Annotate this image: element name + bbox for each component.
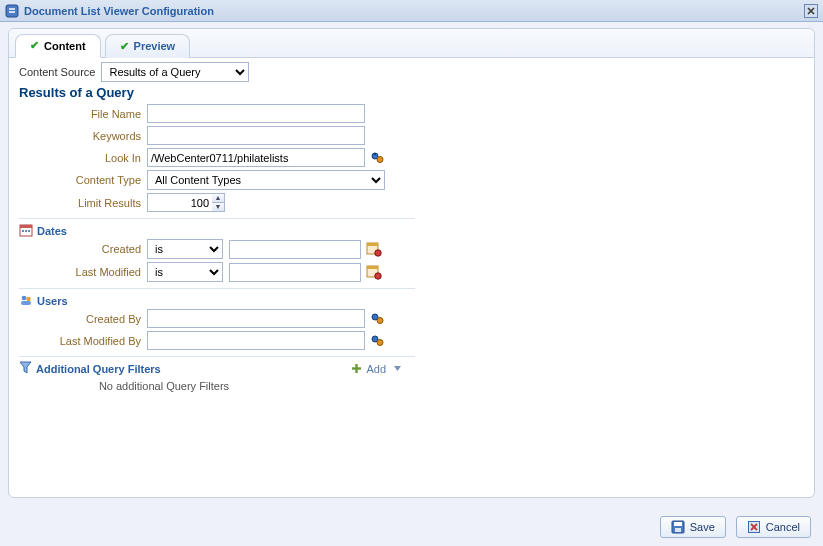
svg-point-20: [377, 317, 383, 323]
svg-rect-14: [367, 266, 378, 269]
add-label: Add: [366, 363, 386, 375]
tab-preview[interactable]: ✔ Preview: [105, 34, 191, 58]
save-button[interactable]: Save: [660, 516, 726, 538]
lookin-input[interactable]: [147, 148, 365, 167]
add-filter-button[interactable]: Add: [350, 362, 386, 375]
user-picker-icon[interactable]: [369, 310, 387, 328]
dates-section-header: Dates: [19, 218, 415, 239]
lastmodifiedby-label: Last Modified By: [19, 335, 147, 347]
content-source-label: Content Source: [19, 66, 101, 78]
lastmodified-label: Last Modified: [19, 266, 147, 278]
titlebar: Document List Viewer Configuration: [0, 0, 823, 22]
datepicker-icon[interactable]: [365, 263, 383, 281]
contenttype-label: Content Type: [19, 174, 147, 186]
contenttype-select[interactable]: All Content Types: [147, 170, 385, 190]
created-label: Created: [19, 243, 147, 255]
svg-rect-27: [675, 528, 681, 532]
svg-rect-4: [374, 153, 376, 155]
keywords-label: Keywords: [19, 130, 147, 142]
cancel-button[interactable]: Cancel: [736, 516, 811, 538]
svg-point-17: [26, 297, 31, 302]
results-section-title: Results of a Query: [19, 85, 804, 100]
users-header-label: Users: [37, 295, 68, 307]
close-icon[interactable]: [803, 3, 819, 19]
limit-input[interactable]: [147, 193, 213, 212]
app-icon: [4, 3, 20, 19]
svg-point-12: [375, 250, 381, 256]
users-icon: [19, 293, 33, 309]
createdby-label: Created By: [19, 313, 147, 325]
content-source-row: Content Source Results of a Query: [19, 62, 804, 82]
dialog-title: Document List Viewer Configuration: [24, 5, 214, 17]
keywords-input[interactable]: [147, 126, 365, 145]
no-filters-text: No additional Query Filters: [19, 376, 309, 394]
svg-point-16: [22, 296, 27, 301]
additional-filters-header: Additional Query Filters Add: [19, 356, 415, 376]
save-label: Save: [690, 521, 715, 533]
svg-rect-11: [367, 243, 378, 246]
dialog-window: Document List Viewer Configuration ✔ Con…: [0, 0, 823, 546]
svg-rect-9: [28, 230, 30, 232]
created-op-select[interactable]: is: [147, 239, 223, 259]
content-source-select[interactable]: Results of a Query: [101, 62, 249, 82]
users-section-header: Users: [19, 288, 415, 309]
tab-label: Preview: [134, 40, 176, 52]
svg-rect-7: [22, 230, 24, 232]
datepicker-icon[interactable]: [365, 240, 383, 258]
lastmodified-op-select[interactable]: is: [147, 262, 223, 282]
filename-label: File Name: [19, 108, 147, 120]
tabstrip: ✔ Content ✔ Preview: [9, 29, 814, 58]
dialog-footer: Save Cancel: [660, 516, 811, 538]
config-panel: ✔ Content ✔ Preview Content Source Resul…: [8, 28, 815, 498]
filename-input[interactable]: [147, 104, 365, 123]
lookin-label: Look In: [19, 152, 147, 164]
calendar-icon: [19, 223, 33, 239]
query-form: File Name Keywords Look In Content Type: [19, 104, 415, 394]
additional-filters-label: Additional Query Filters: [36, 363, 161, 375]
dates-header-label: Dates: [37, 225, 67, 237]
cancel-icon: [747, 520, 761, 534]
cancel-label: Cancel: [766, 521, 800, 533]
browse-icon[interactable]: [369, 149, 387, 167]
tab-content[interactable]: ✔ Content: [15, 34, 101, 58]
svg-rect-18: [21, 301, 31, 305]
tab-label: Content: [44, 40, 86, 52]
svg-rect-26: [674, 522, 682, 526]
svg-rect-0: [6, 5, 18, 17]
user-picker-icon[interactable]: [369, 332, 387, 350]
filter-icon: [19, 361, 32, 376]
check-icon: ✔: [30, 39, 39, 52]
svg-point-3: [377, 156, 383, 162]
created-date-input[interactable]: [229, 240, 361, 259]
plus-icon: [350, 362, 363, 375]
svg-rect-8: [25, 230, 27, 232]
limit-label: Limit Results: [19, 197, 147, 209]
svg-rect-6: [20, 225, 32, 228]
lastmodifiedby-input[interactable]: [147, 331, 365, 350]
save-icon: [671, 520, 685, 534]
check-icon: ✔: [120, 40, 129, 53]
svg-point-22: [377, 339, 383, 345]
dialog-body: ✔ Content ✔ Preview Content Source Resul…: [0, 22, 823, 546]
createdby-input[interactable]: [147, 309, 365, 328]
chevron-down-icon: [393, 364, 402, 373]
lastmodified-date-input[interactable]: [229, 263, 361, 282]
svg-rect-24: [352, 367, 361, 369]
add-filter-menu[interactable]: [390, 363, 405, 375]
limit-spinner[interactable]: ▲▼: [212, 193, 225, 212]
svg-point-15: [375, 273, 381, 279]
